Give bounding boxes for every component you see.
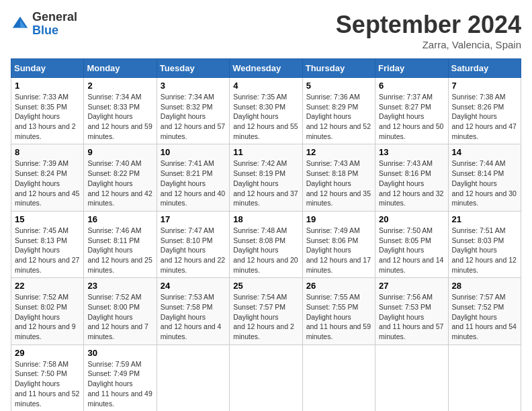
table-row: 1Sunrise: 7:33 AMSunset: 8:35 PMDaylight… [11,78,84,144]
calendar-week-row: 1Sunrise: 7:33 AMSunset: 8:35 PMDaylight… [11,78,521,144]
day-info: Sunrise: 7:50 AMSunset: 8:05 PMDaylight … [379,226,444,275]
table-row [230,345,302,411]
day-info: Sunrise: 7:54 AMSunset: 7:57 PMDaylight … [233,292,298,341]
table-row [157,345,229,411]
table-row: 17Sunrise: 7:47 AMSunset: 8:10 PMDayligh… [157,211,229,277]
day-number: 14 [452,147,517,157]
table-row: 18Sunrise: 7:48 AMSunset: 8:08 PMDayligh… [230,211,302,277]
day-number: 7 [452,81,517,91]
table-row: 4Sunrise: 7:35 AMSunset: 8:30 PMDaylight… [230,78,302,144]
table-row: 7Sunrise: 7:38 AMSunset: 8:26 PMDaylight… [448,78,521,144]
day-info: Sunrise: 7:46 AMSunset: 8:11 PMDaylight … [87,226,152,275]
table-row [448,345,521,411]
day-info: Sunrise: 7:58 AMSunset: 7:50 PMDaylight … [15,359,80,408]
table-row: 22Sunrise: 7:52 AMSunset: 8:02 PMDayligh… [11,278,84,345]
table-row: 28Sunrise: 7:57 AMSunset: 7:52 PMDayligh… [448,278,521,345]
day-info: Sunrise: 7:52 AMSunset: 8:02 PMDaylight … [15,292,80,341]
day-info: Sunrise: 7:34 AMSunset: 8:33 PMDaylight … [87,92,152,141]
day-info: Sunrise: 7:35 AMSunset: 8:30 PMDaylight … [233,92,298,141]
table-row: 5Sunrise: 7:36 AMSunset: 8:29 PMDaylight… [302,78,375,144]
table-row: 12Sunrise: 7:43 AMSunset: 8:18 PMDayligh… [302,144,375,211]
col-sunday: Sunday [11,59,84,78]
day-info: Sunrise: 7:43 AMSunset: 8:18 PMDaylight … [306,158,371,208]
day-info: Sunrise: 7:47 AMSunset: 8:10 PMDaylight … [161,226,226,275]
calendar-week-row: 15Sunrise: 7:45 AMSunset: 8:13 PMDayligh… [11,211,521,277]
day-info: Sunrise: 7:36 AMSunset: 8:29 PMDaylight … [306,92,371,141]
day-info: Sunrise: 7:56 AMSunset: 7:53 PMDaylight … [379,292,444,341]
table-row: 16Sunrise: 7:46 AMSunset: 8:11 PMDayligh… [84,211,157,277]
day-info: Sunrise: 7:48 AMSunset: 8:08 PMDaylight … [233,226,298,275]
calendar-table: Sunday Monday Tuesday Wednesday Thursday… [11,58,521,411]
day-info: Sunrise: 7:33 AMSunset: 8:35 PMDaylight … [15,92,80,141]
table-row: 2Sunrise: 7:34 AMSunset: 8:33 PMDaylight… [84,78,157,144]
day-info: Sunrise: 7:37 AMSunset: 8:27 PMDaylight … [379,92,444,141]
calendar-week-row: 22Sunrise: 7:52 AMSunset: 8:02 PMDayligh… [11,278,521,345]
table-row: 30Sunrise: 7:59 AMSunset: 7:49 PMDayligh… [84,345,157,411]
day-number: 3 [161,81,226,91]
table-row: 25Sunrise: 7:54 AMSunset: 7:57 PMDayligh… [230,278,302,345]
day-info: Sunrise: 7:55 AMSunset: 7:55 PMDaylight … [306,292,371,341]
day-info: Sunrise: 7:53 AMSunset: 7:58 PMDaylight … [161,292,226,341]
day-info: Sunrise: 7:57 AMSunset: 7:52 PMDaylight … [452,292,517,341]
day-number: 22 [15,281,80,291]
day-number: 28 [452,281,517,291]
day-info: Sunrise: 7:51 AMSunset: 8:03 PMDaylight … [452,226,517,275]
day-info: Sunrise: 7:39 AMSunset: 8:24 PMDaylight … [15,158,80,208]
day-number: 2 [87,81,152,91]
table-row [375,345,448,411]
title-section: September 2024 Zarra, Valencia, Spain [336,11,521,50]
calendar-header-row: Sunday Monday Tuesday Wednesday Thursday… [11,59,521,78]
page-header: General Blue September 2024 Zarra, Valen… [11,11,521,50]
day-number: 1 [15,81,80,91]
logo-general: General [32,11,77,24]
table-row: 8Sunrise: 7:39 AMSunset: 8:24 PMDaylight… [11,144,84,211]
col-wednesday: Wednesday [230,59,302,78]
table-row: 26Sunrise: 7:55 AMSunset: 7:55 PMDayligh… [302,278,375,345]
day-number: 12 [306,147,371,157]
day-number: 25 [233,281,298,291]
table-row: 27Sunrise: 7:56 AMSunset: 7:53 PMDayligh… [375,278,448,345]
table-row: 13Sunrise: 7:43 AMSunset: 8:16 PMDayligh… [375,144,448,211]
day-number: 15 [15,214,80,224]
day-number: 13 [379,147,444,157]
table-row: 11Sunrise: 7:42 AMSunset: 8:19 PMDayligh… [230,144,302,211]
calendar-week-row: 8Sunrise: 7:39 AMSunset: 8:24 PMDaylight… [11,144,521,211]
day-number: 9 [87,147,152,157]
day-number: 20 [379,214,444,224]
table-row: 10Sunrise: 7:41 AMSunset: 8:21 PMDayligh… [157,144,229,211]
day-number: 30 [87,348,152,358]
day-number: 21 [452,214,517,224]
col-tuesday: Tuesday [157,59,229,78]
col-thursday: Thursday [302,59,375,78]
day-number: 23 [87,281,152,291]
day-info: Sunrise: 7:45 AMSunset: 8:13 PMDaylight … [15,226,80,275]
day-number: 17 [161,214,226,224]
day-number: 26 [306,281,371,291]
day-number: 29 [15,348,80,358]
day-number: 6 [379,81,444,91]
logo-blue: Blue [32,24,77,38]
col-friday: Friday [375,59,448,78]
table-row: 20Sunrise: 7:50 AMSunset: 8:05 PMDayligh… [375,211,448,277]
day-number: 19 [306,214,371,224]
table-row: 3Sunrise: 7:34 AMSunset: 8:32 PMDaylight… [157,78,229,144]
day-info: Sunrise: 7:49 AMSunset: 8:06 PMDaylight … [306,226,371,275]
day-number: 27 [379,281,444,291]
day-info: Sunrise: 7:43 AMSunset: 8:16 PMDaylight … [379,158,444,208]
table-row: 14Sunrise: 7:44 AMSunset: 8:14 PMDayligh… [448,144,521,211]
table-row: 19Sunrise: 7:49 AMSunset: 8:06 PMDayligh… [302,211,375,277]
logo: General Blue [11,11,77,38]
table-row [302,345,375,411]
col-saturday: Saturday [448,59,521,78]
table-row: 15Sunrise: 7:45 AMSunset: 8:13 PMDayligh… [11,211,84,277]
day-info: Sunrise: 7:41 AMSunset: 8:21 PMDaylight … [161,158,226,208]
location: Zarra, Valencia, Spain [336,39,521,50]
day-number: 4 [233,81,298,91]
table-row: 24Sunrise: 7:53 AMSunset: 7:58 PMDayligh… [157,278,229,345]
day-info: Sunrise: 7:59 AMSunset: 7:49 PMDaylight … [87,359,152,408]
day-info: Sunrise: 7:42 AMSunset: 8:19 PMDaylight … [233,158,298,208]
day-number: 10 [161,147,226,157]
table-row: 29Sunrise: 7:58 AMSunset: 7:50 PMDayligh… [11,345,84,411]
day-number: 24 [161,281,226,291]
table-row: 6Sunrise: 7:37 AMSunset: 8:27 PMDaylight… [375,78,448,144]
